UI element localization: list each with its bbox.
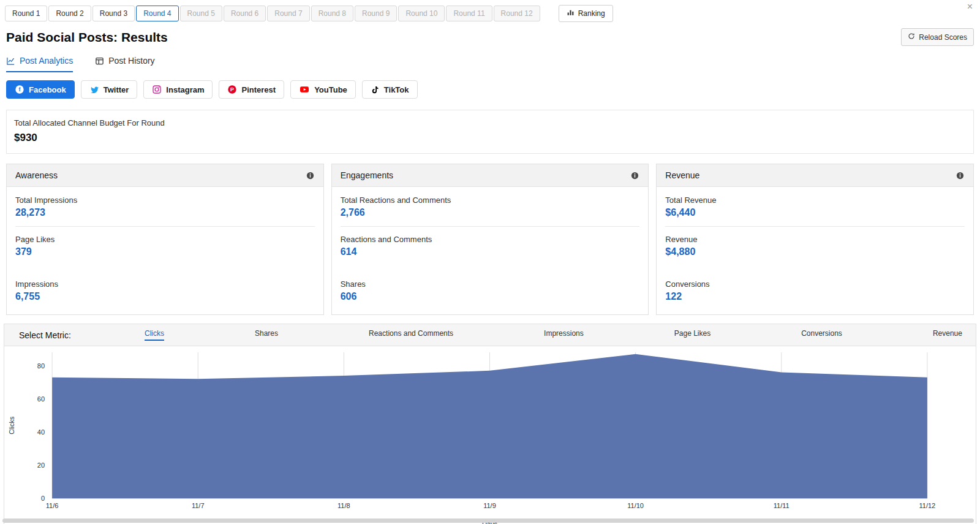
reload-scores-label: Reload Scores xyxy=(919,33,967,42)
card-metric-conversions: Conversions122 xyxy=(665,279,965,302)
close-icon[interactable]: × xyxy=(967,2,973,12)
svg-text:0: 0 xyxy=(41,495,45,502)
round-tab-round-9[interactable]: Round 9 xyxy=(355,6,397,21)
info-icon[interactable] xyxy=(630,171,639,180)
round-tab-round-8[interactable]: Round 8 xyxy=(311,6,353,21)
round-tab-round-12[interactable]: Round 12 xyxy=(494,6,540,21)
refresh-icon xyxy=(908,32,915,42)
round-tab-round-2[interactable]: Round 2 xyxy=(48,6,91,21)
channel-button-tiktok[interactable]: TikTok xyxy=(362,80,418,99)
channel-button-youtube[interactable]: YouTube xyxy=(290,80,356,99)
metric-option-shares[interactable]: Shares xyxy=(255,329,278,341)
metric-label: Total Impressions xyxy=(15,196,315,205)
clicks-area-chart: 02040608011/611/711/811/911/1011/1111/12… xyxy=(4,346,976,524)
card-metric-impressions: Impressions6,755 xyxy=(15,279,315,302)
instagram-icon xyxy=(152,85,162,94)
metric-card-header: Engagements xyxy=(332,164,649,187)
metric-label: Total Reactions and Comments xyxy=(341,196,640,205)
metric-value: 122 xyxy=(665,291,965,302)
metric-option-page-likes[interactable]: Page Likes xyxy=(674,329,710,341)
metric-value: 6,755 xyxy=(15,291,315,302)
round-tab-round-11[interactable]: Round 11 xyxy=(446,6,492,21)
channel-button-twitter[interactable]: Twitter xyxy=(81,80,138,99)
select-metric-label: Select Metric: xyxy=(19,330,145,340)
metric-option-reactions-and-comments[interactable]: Reactions and Comments xyxy=(369,329,453,341)
metric-divider xyxy=(15,226,315,227)
svg-text:11/10: 11/10 xyxy=(627,502,644,509)
svg-text:60: 60 xyxy=(37,395,45,403)
metric-card-awareness: Awareness Total Impressions28,273Page Li… xyxy=(6,164,324,315)
metric-selector-bar: Select Metric: ClicksSharesReactions and… xyxy=(4,324,976,346)
budget-label: Total Allocated Channel Budget For Round xyxy=(14,118,966,127)
metric-card-title: Awareness xyxy=(15,170,58,180)
svg-text:11/11: 11/11 xyxy=(774,502,790,509)
svg-text:40: 40 xyxy=(37,428,45,436)
svg-text:11/12: 11/12 xyxy=(919,502,936,509)
metric-card-title: Revenue xyxy=(665,170,699,180)
title-row: Paid Social Posts: Results Reload Scores xyxy=(0,22,980,48)
round-tab-round-5[interactable]: Round 5 xyxy=(180,6,222,21)
horizontal-scrollbar[interactable] xyxy=(2,518,974,523)
round-tabs-group: Round 1Round 2Round 3Round 4Round 5Round… xyxy=(5,6,541,21)
reload-scores-button[interactable]: Reload Scores xyxy=(901,28,974,46)
pinterest-icon: P xyxy=(227,85,237,94)
metric-card-title: Engagements xyxy=(341,170,393,180)
card-metric-total-impressions: Total Impressions28,273 xyxy=(15,196,315,218)
metric-option-conversions[interactable]: Conversions xyxy=(801,329,842,341)
metric-options: ClicksSharesReactions and CommentsImpres… xyxy=(145,329,962,341)
svg-text:11/8: 11/8 xyxy=(337,502,350,509)
metric-label: Reactions and Comments xyxy=(341,235,640,244)
metric-label: Impressions xyxy=(15,279,315,289)
metric-card-body: Total Reactions and Comments2,766Reactio… xyxy=(332,187,649,314)
tab-post-history-label: Post History xyxy=(108,56,154,66)
metric-divider xyxy=(341,226,640,227)
analytics-history-tabs: Post Analytics Post History xyxy=(0,48,980,72)
metric-option-clicks[interactable]: Clicks xyxy=(145,329,164,341)
metric-value: 2,766 xyxy=(341,207,640,218)
channel-button-pinterest[interactable]: PPinterest xyxy=(219,80,284,99)
tiktok-icon xyxy=(371,85,380,94)
metric-option-revenue[interactable]: Revenue xyxy=(933,329,962,341)
metric-value: 606 xyxy=(341,291,640,302)
channel-button-instagram[interactable]: Instagram xyxy=(143,80,213,99)
card-metric-total-reactions-and-comments: Total Reactions and Comments2,766 xyxy=(341,196,640,218)
card-metric-reactions-and-comments: Reactions and Comments614 xyxy=(341,235,640,257)
channel-label: Twitter xyxy=(104,85,129,94)
metric-label: Revenue xyxy=(665,235,965,244)
svg-text:11/6: 11/6 xyxy=(46,502,59,509)
tab-post-history[interactable]: Post History xyxy=(95,56,154,72)
round-tab-round-6[interactable]: Round 6 xyxy=(224,6,266,21)
ranking-label: Ranking xyxy=(578,9,605,18)
channel-button-facebook[interactable]: fFacebook xyxy=(6,80,75,99)
round-tab-bar: Round 1Round 2Round 3Round 4Round 5Round… xyxy=(0,0,980,22)
card-metric-page-likes: Page Likes379 xyxy=(15,235,315,257)
svg-text:80: 80 xyxy=(37,362,45,370)
tab-post-analytics-label: Post Analytics xyxy=(20,56,73,66)
svg-text:P: P xyxy=(231,86,235,93)
metric-value: $6,440 xyxy=(665,207,965,218)
svg-text:Clicks: Clicks xyxy=(8,416,15,435)
channel-button-row: fFacebookTwitterInstagramPPinterestYouTu… xyxy=(0,72,980,106)
round-tab-round-10[interactable]: Round 10 xyxy=(398,6,445,21)
metric-option-impressions[interactable]: Impressions xyxy=(544,329,584,341)
round-tab-round-7[interactable]: Round 7 xyxy=(267,6,309,21)
metric-value: $4,880 xyxy=(665,246,965,257)
metric-label: Conversions xyxy=(665,279,965,289)
info-icon[interactable] xyxy=(956,171,965,180)
round-tab-round-1[interactable]: Round 1 xyxy=(5,6,47,21)
info-icon[interactable] xyxy=(306,171,315,180)
round-tab-round-4[interactable]: Round 4 xyxy=(136,6,178,21)
youtube-icon xyxy=(299,85,310,94)
ranking-button[interactable]: Ranking xyxy=(559,5,613,22)
tab-post-analytics[interactable]: Post Analytics xyxy=(6,56,73,72)
metric-value: 614 xyxy=(341,246,640,257)
metric-card-header: Awareness xyxy=(7,164,323,187)
budget-value: $930 xyxy=(14,132,966,144)
metric-value: 379 xyxy=(15,246,315,257)
round-tab-round-3[interactable]: Round 3 xyxy=(92,6,135,21)
svg-text:f: f xyxy=(19,86,21,93)
metric-card-header: Revenue xyxy=(657,164,973,187)
channel-label: Instagram xyxy=(166,85,204,94)
line-chart-icon xyxy=(6,56,15,66)
svg-text:11/9: 11/9 xyxy=(483,502,496,509)
